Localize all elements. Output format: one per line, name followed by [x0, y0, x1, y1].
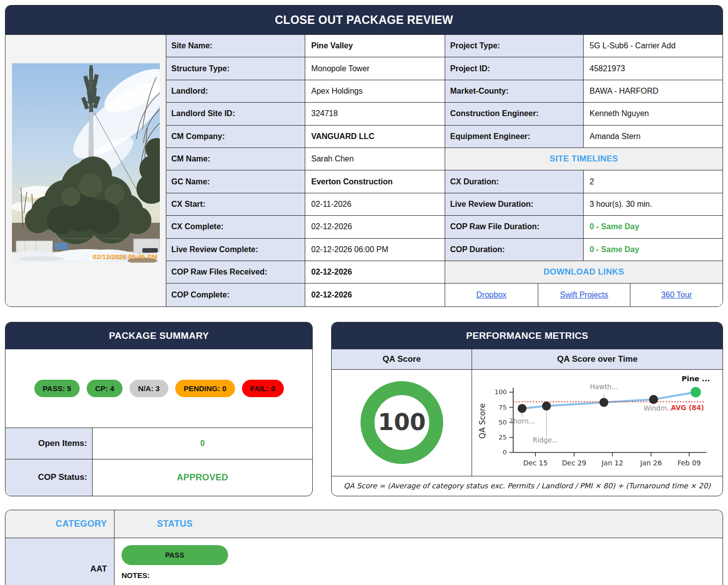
project-type-value: 5G L-Sub6 - Carrier Add	[583, 35, 723, 57]
equipment-engineer-label: Equipment Engineer:	[445, 126, 583, 148]
open-items-label: Open Items:	[5, 428, 93, 459]
structure-type-label: Structure Type:	[166, 57, 305, 80]
cop-raw-files-received-label: COP Raw Files Received:	[166, 261, 305, 284]
qa-score-over-time-chart: 0255075100Dec 15Dec 29Jan 12Jan 26Feb 09…	[472, 370, 723, 476]
svg-text:Ridge...: Ridge...	[533, 436, 558, 443]
category-aat-status-cell: PASS NOTES:	[114, 538, 723, 585]
site-name-label: Site Name:	[166, 35, 305, 57]
summary-badges: PASS: 5CP: 4N/A: 3PENDING: 0FAIL: 0	[5, 349, 312, 428]
svg-text:25: 25	[498, 434, 506, 441]
cop-status-label: COP Status:	[5, 459, 93, 496]
site-name-value: Pine Valley	[305, 35, 445, 57]
cop-status-row: COP Status: APPROVED	[5, 459, 312, 496]
site-timelines-header: SITE TIMELINES	[445, 148, 723, 170]
category-table-header: CATEGORY STATUS	[5, 510, 723, 538]
qa-score-chart-cell: 0255075100Dec 15Dec 29Jan 12Jan 26Feb 09…	[472, 370, 723, 476]
market-county-value: BAWA - HARFORD	[583, 80, 723, 103]
qa-score-footnote: QA Score = (Average of category status e…	[332, 476, 723, 496]
svg-text:Windm...: Windm...	[644, 404, 674, 412]
download-links-row: Dropbox Swift Projects 360 Tour	[445, 284, 723, 306]
table-row: AAT PASS NOTES:	[5, 538, 723, 585]
qa-chart-header: QA Score over Time	[472, 349, 723, 370]
cx-duration-value: 2	[583, 170, 723, 193]
category-status-table: CATEGORY STATUS AAT PASS NOTES:	[5, 510, 723, 585]
svg-text:75: 75	[498, 403, 506, 411]
download-links-header: DOWNLOAD LINKS	[445, 261, 723, 284]
open-items-value: 0	[93, 428, 312, 459]
cm-name-label: CM Name:	[166, 148, 305, 170]
qa-score-header: QA Score	[332, 349, 472, 370]
market-county-label: Market-County:	[445, 80, 583, 103]
qa-score-value: 100	[378, 409, 426, 436]
middle-row: PACKAGE SUMMARY PASS: 5CP: 4N/A: 3PENDIN…	[5, 322, 723, 496]
construction-engineer-value: Kenneth Nguyen	[583, 103, 723, 125]
landlord-label: Landlord:	[166, 80, 305, 103]
live-review-duration-label: Live Review Duration:	[445, 193, 583, 216]
svg-text:Dec 15: Dec 15	[523, 459, 548, 467]
performance-metrics-title: PERFORMANCE METRICS	[332, 322, 723, 349]
svg-text:100: 100	[494, 388, 507, 396]
gc-name-label: GC Name:	[166, 170, 305, 193]
cop-raw-files-received-value: 02-12-2026	[305, 261, 445, 284]
status-badge: PENDING: 0	[175, 380, 235, 397]
landlord-site-id-value: 324718	[305, 103, 445, 125]
svg-text:Thorn...: Thorn...	[509, 417, 535, 425]
swift-projects-link[interactable]: Swift Projects	[560, 291, 608, 299]
landlord-site-id-label: Landlord Site ID:	[166, 103, 305, 125]
category-status-pill: PASS	[121, 545, 228, 565]
status-badge: PASS: 5	[34, 380, 80, 397]
category-aat-label: AAT	[5, 538, 114, 585]
svg-text:Jan 12: Jan 12	[601, 459, 623, 467]
360-tour-link[interactable]: 360 Tour	[661, 291, 692, 299]
dropbox-link[interactable]: Dropbox	[477, 291, 506, 299]
package-summary-title: PACKAGE SUMMARY	[5, 322, 312, 349]
cm-name-value: Sarah Chen	[305, 148, 445, 170]
svg-text:Hawth...: Hawth...	[590, 382, 618, 390]
project-id-label: Project ID:	[445, 57, 583, 80]
live-review-complete-value: 02-12-2026 06:00 PM	[305, 239, 445, 261]
live-review-duration-value: 3 hour(s). 30 min.	[583, 193, 723, 216]
status-badge: CP: 4	[87, 380, 122, 397]
metrics-subheaders: QA Score QA Score over Time	[332, 349, 723, 370]
cx-start-value: 02-11-2026	[305, 193, 445, 216]
cop-duration-value: 0 - Same Day	[583, 239, 723, 261]
svg-text:0: 0	[503, 448, 507, 456]
status-badge: FAIL: 0	[242, 380, 284, 397]
open-items-row: Open Items: 0	[5, 428, 312, 459]
close-out-package-panel: CLOSE OUT PACKAGE REVIEW	[5, 5, 723, 307]
svg-text:Dec 29: Dec 29	[562, 459, 587, 467]
qa-score-gauge: 100	[359, 380, 445, 465]
monopole-tower-photo: 02/12/2026 05:45 PM	[12, 63, 160, 263]
cop-complete-label: COP Complete:	[166, 284, 305, 306]
gc-name-value: Everton Construction	[305, 170, 445, 193]
project-id-value: 45821973	[583, 57, 723, 80]
category-column-header: CATEGORY	[5, 510, 114, 538]
cop-status-value: APPROVED	[93, 459, 312, 496]
notes-label: NOTES:	[115, 565, 723, 580]
cop-duration-label: COP Duration:	[445, 239, 583, 261]
status-column-header: STATUS	[114, 510, 723, 538]
cx-start-label: CX Start:	[166, 193, 305, 216]
cm-company-value: VANGUARD LLC	[305, 126, 445, 148]
cop-raw-file-duration-label: COP Raw File Duration:	[445, 216, 583, 238]
svg-text:Pine ...: Pine ...	[682, 375, 710, 383]
svg-text:Jan 26: Jan 26	[640, 459, 662, 467]
cop-raw-file-duration-value: 0 - Same Day	[583, 216, 723, 238]
project-type-label: Project Type:	[445, 35, 583, 57]
live-review-complete-label: Live Review Complete:	[166, 239, 305, 261]
structure-type-value: Monopole Tower	[305, 57, 445, 80]
svg-text:Feb 09: Feb 09	[678, 459, 701, 467]
site-photo-cell: 02/12/2026 05:45 PM	[5, 35, 166, 306]
cop-complete-value: 02-12-2026	[305, 284, 445, 306]
cm-company-label: CM Company:	[166, 126, 305, 148]
cx-complete-label: CX Complete:	[166, 216, 305, 238]
equipment-engineer-value: Amanda Stern	[583, 126, 723, 148]
photo-timestamp: 02/12/2026 05:45 PM	[93, 253, 157, 261]
page-title: CLOSE OUT PACKAGE REVIEW	[5, 5, 723, 35]
landlord-value: Apex Holdings	[305, 80, 445, 103]
package-summary-panel: PACKAGE SUMMARY PASS: 5CP: 4N/A: 3PENDIN…	[5, 322, 313, 496]
construction-engineer-label: Construction Engineer:	[445, 103, 583, 125]
svg-text:QA Score: QA Score	[478, 403, 487, 439]
cx-duration-label: CX Duration:	[445, 170, 583, 193]
performance-metrics-panel: PERFORMANCE METRICS QA Score QA Score ov…	[331, 322, 723, 496]
